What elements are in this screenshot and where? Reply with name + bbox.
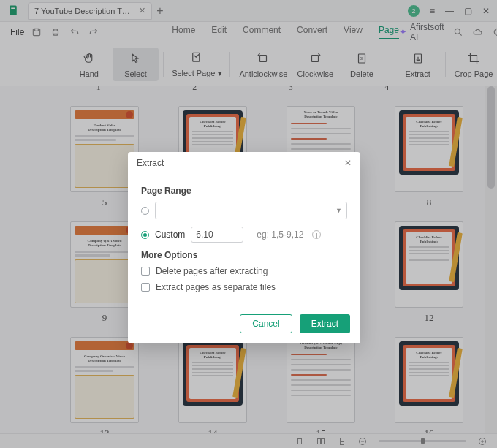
range-dropdown[interactable]: ▼ bbox=[155, 202, 347, 219]
dialog-close-icon[interactable]: ✕ bbox=[344, 158, 352, 168]
dialog-title: Extract bbox=[137, 158, 164, 168]
radio-preset[interactable] bbox=[141, 207, 149, 215]
extract-button[interactable]: Extract bbox=[300, 314, 350, 333]
example-text: eg: 1,5-9,12 bbox=[257, 229, 303, 240]
info-icon[interactable]: i bbox=[312, 230, 321, 239]
cancel-button[interactable]: Cancel bbox=[240, 314, 292, 333]
custom-label: Custom bbox=[155, 229, 185, 240]
extract-dialog: Extract ✕ Page Range ▼ Custom eg: 1,5-9,… bbox=[128, 152, 360, 343]
checkbox-delete-after[interactable] bbox=[141, 267, 150, 276]
chevron-down-icon: ▼ bbox=[335, 207, 342, 214]
section-more-options: More Options bbox=[141, 250, 347, 260]
radio-custom[interactable] bbox=[141, 231, 149, 239]
custom-range-input[interactable] bbox=[191, 227, 243, 243]
section-page-range: Page Range bbox=[141, 186, 347, 196]
checkbox-separate-files[interactable] bbox=[141, 283, 150, 292]
